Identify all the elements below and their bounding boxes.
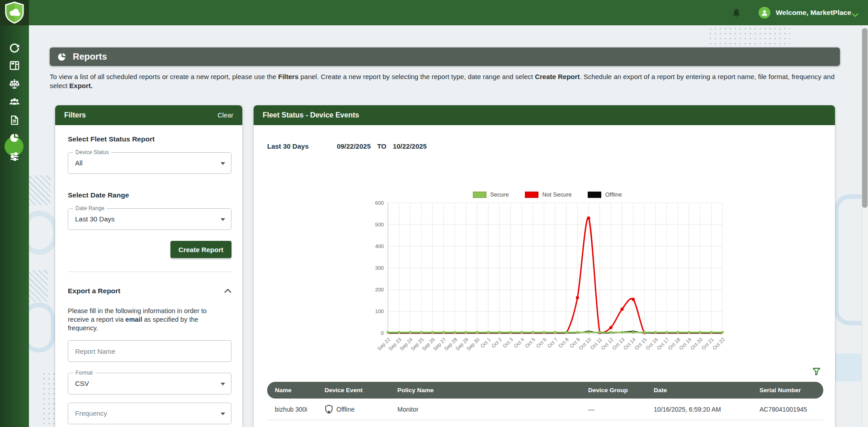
- svg-text:0: 0: [381, 330, 384, 336]
- report-name-input[interactable]: [68, 340, 231, 362]
- data-point: [699, 331, 702, 334]
- frequency-placeholder: Frequency: [75, 403, 107, 424]
- fleet-status-panel-header: Fleet Status - Device Events: [254, 105, 835, 125]
- legend-item[interactable]: Secure: [473, 191, 509, 198]
- fleet-status-title: Fleet Status - Device Events: [263, 105, 359, 125]
- filters-panel: Filters Clear Select Fleet Status Report…: [55, 105, 242, 427]
- app-logo: [0, 0, 29, 25]
- refresh-icon[interactable]: [9, 42, 20, 54]
- svg-text:Oct 5: Oct 5: [524, 337, 536, 349]
- data-point: [609, 331, 612, 334]
- create-report-button[interactable]: Create Report: [170, 241, 231, 258]
- shield-offline-icon: [325, 404, 333, 414]
- legend-swatch: [525, 192, 538, 198]
- legend-label: Secure: [490, 191, 509, 198]
- policies-icon[interactable]: [9, 78, 20, 90]
- notifications-bell-icon[interactable]: [731, 8, 741, 18]
- data-point: [621, 308, 624, 311]
- svg-text:Oct 12: Oct 12: [600, 337, 614, 351]
- svg-text:Oct 1: Oct 1: [479, 337, 491, 349]
- date-cell: 10/16/2025, 6:59:20 AM: [654, 406, 760, 413]
- svg-text:Oct 8: Oct 8: [557, 337, 570, 349]
- clear-filters-button[interactable]: Clear: [217, 105, 233, 125]
- data-point: [542, 331, 545, 334]
- svg-text:Oct 4: Oct 4: [513, 337, 525, 349]
- page-title: Reports: [73, 52, 107, 62]
- data-point: [398, 331, 401, 334]
- logs-icon[interactable]: [9, 114, 20, 126]
- device-name-cell: bizhub 300i: [267, 406, 325, 413]
- data-point: [420, 331, 423, 334]
- table-header-row: NameDevice EventPolicy NameDevice GroupD…: [267, 382, 823, 399]
- data-point: [453, 331, 456, 334]
- device-status-select[interactable]: Device Status All: [68, 152, 231, 174]
- svg-text:200: 200: [375, 287, 384, 292]
- data-point: [487, 331, 490, 334]
- device-events-chart[interactable]: 0100200300400500600Sep 22Sep 23Sep 24Sep…: [362, 198, 733, 392]
- data-point: [509, 331, 512, 334]
- data-point: [498, 331, 501, 334]
- data-point: [565, 331, 568, 334]
- column-header: Serial Number: [760, 387, 823, 394]
- svg-text:Oct 14: Oct 14: [623, 337, 637, 351]
- data-point: [409, 331, 411, 334]
- welcome-user-menu[interactable]: Welcome, MarketPlace: [776, 0, 851, 25]
- data-point: [632, 298, 635, 301]
- data-point: [520, 331, 523, 334]
- svg-text:Oct 18: Oct 18: [667, 337, 681, 351]
- range-label: Last 30 Days: [267, 142, 309, 150]
- chevron-down-icon: [221, 218, 225, 221]
- format-select[interactable]: Format CSV: [68, 373, 231, 394]
- chevron-down-icon[interactable]: [852, 11, 859, 19]
- date-range-value: Last 30 Days: [75, 209, 115, 230]
- data-point: [609, 326, 613, 329]
- data-point: [688, 331, 690, 334]
- svg-text:Oct 6: Oct 6: [535, 337, 547, 349]
- column-header: Device Event: [325, 387, 397, 394]
- background-decoration: [29, 270, 48, 302]
- users-icon[interactable]: [9, 96, 20, 108]
- shield-cloud-logo-icon: [4, 1, 25, 24]
- scrollbar-thumb[interactable]: [862, 28, 868, 208]
- chevron-down-icon: [221, 413, 225, 415]
- data-point: [721, 331, 724, 334]
- chevron-up-icon[interactable]: [224, 287, 231, 295]
- sidebar-nav: [0, 25, 29, 427]
- data-point: [576, 296, 579, 299]
- data-point: [476, 331, 478, 334]
- svg-text:100: 100: [375, 309, 384, 314]
- fleet-status-panel: Fleet Status - Device Events Last 30 Day…: [254, 105, 835, 427]
- table-row[interactable]: bizhub 300iOfflineMonitor—10/16/2025, 6:…: [267, 399, 823, 420]
- device-status-value: All: [75, 153, 83, 174]
- data-point: [643, 331, 646, 334]
- background-decoration: [29, 175, 51, 205]
- data-point: [710, 331, 712, 334]
- filters-title: Filters: [64, 105, 86, 125]
- chart-svg: 0100200300400500600Sep 22Sep 23Sep 24Sep…: [362, 198, 733, 392]
- legend-item[interactable]: Not Secure: [525, 191, 571, 198]
- user-avatar-icon[interactable]: [759, 7, 770, 19]
- frequency-select[interactable]: Frequency: [68, 403, 231, 424]
- chevron-down-icon: [221, 162, 225, 165]
- svg-text:Oct 10: Oct 10: [578, 337, 592, 351]
- filters-panel-header: Filters Clear: [55, 105, 242, 125]
- device-icon[interactable]: [9, 60, 20, 71]
- scrollbar-track[interactable]: [862, 25, 868, 427]
- table-filter-funnel-icon[interactable]: [811, 366, 821, 376]
- date-range-summary: Last 30 Days 09/22/2025 TO 10/22/2025: [267, 142, 431, 150]
- settings-icon[interactable]: [9, 150, 20, 162]
- date-range-select[interactable]: Date Range Last 30 Days: [68, 208, 231, 230]
- svg-text:Oct 22: Oct 22: [712, 337, 726, 351]
- svg-text:300: 300: [375, 265, 384, 271]
- svg-text:600: 600: [375, 200, 384, 206]
- data-point: [532, 331, 534, 334]
- reports-icon[interactable]: [9, 132, 20, 144]
- export-section-title: Export a Report: [68, 287, 120, 295]
- device-group-cell: —: [588, 406, 654, 413]
- format-value: CSV: [75, 373, 89, 394]
- svg-text:Oct 3: Oct 3: [502, 337, 514, 349]
- svg-text:Oct 15: Oct 15: [633, 337, 647, 351]
- date-from: 09/22/2025: [337, 142, 371, 150]
- legend-item[interactable]: Offline: [588, 191, 622, 198]
- page-intro-text: To view a list of all scheduled reports …: [50, 72, 838, 90]
